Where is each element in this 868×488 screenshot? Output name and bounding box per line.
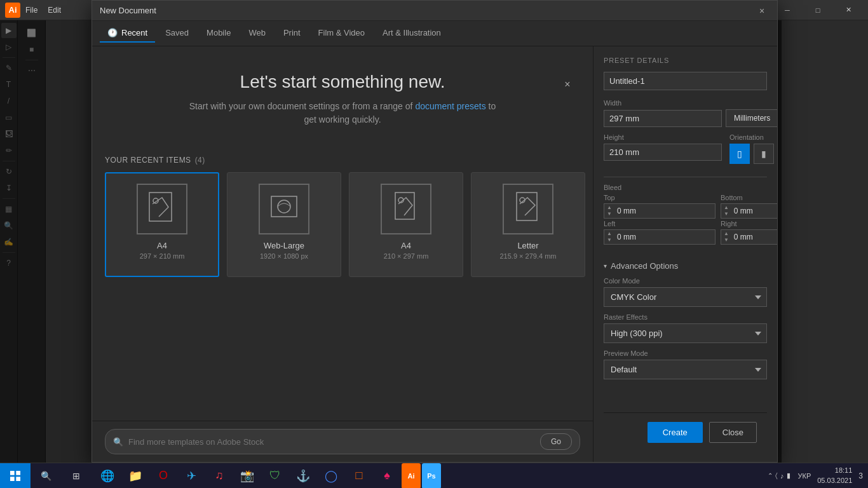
advanced-options-toggle[interactable]: ▾ Advanced Options [604,261,767,271]
width-input-row: Millimeters Pixels Inches Centimeters Po… [604,109,767,127]
color-mode-select[interactable]: CMYK Color RGB Color [604,287,767,307]
keyboard-layout[interactable]: УКР [798,472,811,480]
height-label: Height [604,133,722,141]
tab-film-label: Film & Video [318,28,365,37]
taskbar-opera[interactable]: O [150,463,177,489]
doc-card-1[interactable]: Web-Large 1920 × 1080 px [227,172,341,277]
tab-mobile[interactable]: Mobile [199,24,238,43]
bleed-right-up[interactable]: ▲ [723,231,729,237]
doc-card-size-0: 297 × 210 mm [140,252,185,260]
height-field-row: Height [604,133,722,164]
taskbar-ai[interactable]: Ai [402,463,421,489]
taskbar-telegram[interactable]: ✈ [178,463,205,489]
width-input[interactable] [604,110,722,127]
taskbar-explorer[interactable]: 📁 [122,463,149,489]
taskbar-chrome[interactable]: ◯ [318,463,344,489]
tab-art-label: Art & Illustration [383,28,441,37]
portrait-button[interactable]: ▯ [729,144,750,164]
hero-link[interactable]: document presets [415,101,485,111]
taskbar-music[interactable]: ♫ [206,463,233,489]
doc-card-2[interactable]: A4 210 × 297 mm [349,172,463,277]
tray-battery[interactable]: ▮ [787,471,790,480]
svg-rect-2 [271,196,297,217]
color-mode-label: Color Mode [604,277,767,285]
tab-print[interactable]: Print [276,24,308,43]
maximize-button[interactable]: □ [803,0,832,20]
taskbar-ps[interactable]: Ps [422,463,441,489]
hero-close-button[interactable]: × [560,77,575,92]
notification-button[interactable]: 3 [858,471,863,480]
hero-subtitle-suffix: to [486,101,496,111]
bleed-top-down[interactable]: ▼ [606,211,613,217]
tab-web[interactable]: Web [241,24,273,43]
taskbar-firefox[interactable]: 🌐 [94,463,121,489]
bleed-top-input[interactable] [614,204,715,218]
tray-network[interactable]: 〈 [775,471,778,480]
raster-effects-select[interactable]: High (300 ppi) Medium (150 ppi) Low (72 … [604,323,767,343]
preview-mode-row: Preview Mode Default Pixel Overprint [604,349,767,379]
bleed-lr-fields: Left ▲ ▼ Right [604,220,777,245]
tab-print-label: Print [283,28,301,37]
taskbar-vpn[interactable]: ⚓ [290,463,316,489]
raster-effects-row: Raster Effects High (300 ppi) Medium (15… [604,313,767,343]
tab-art[interactable]: Art & Illustration [375,24,449,43]
system-tray-icons: ⌃ 〈 ♪ ▮ [768,471,790,480]
height-orientation-row: Height Orientation ▯ ▮ Artboards [604,133,767,164]
tray-volume[interactable]: ♪ [780,472,784,480]
height-input[interactable] [604,144,722,161]
doc-card-name-3: Letter [517,241,538,250]
taskbar-game[interactable]: ♠ [374,463,400,489]
tab-film[interactable]: Film & Video [311,24,372,43]
taskbar-search-button[interactable]: 🔍 [31,463,61,489]
bleed-right-input[interactable] [731,230,777,244]
recent-count: (4) [195,156,205,165]
window-close-button[interactable]: ✕ [834,0,863,20]
search-input[interactable] [128,437,535,447]
bleed-top-up[interactable]: ▲ [606,205,613,211]
taskbar-clock[interactable]: 18:11 05.03.2021 [817,466,852,485]
doc-icon-2 [381,184,431,234]
bleed-bottom-spinner: ▲ ▼ [721,203,777,219]
bleed-bottom-input[interactable] [731,204,777,218]
preview-mode-select[interactable]: Default Pixel Overprint [604,360,767,379]
bleed-top-label: Top [604,194,715,201]
bleed-left-down[interactable]: ▼ [606,237,613,243]
modal-close-button[interactable]: × [754,3,770,18]
bleed-right: Right ▲ ▼ [721,220,777,245]
bleed-right-down[interactable]: ▼ [723,237,729,243]
taskbar-shield[interactable]: 🛡 [262,463,288,489]
landscape-button[interactable]: ▮ [754,144,774,164]
new-document-modal: New Document × 🕐 Recent Saved Mobile Web… [92,0,778,463]
bleed-right-label: Right [721,220,777,227]
modal-titlebar: New Document × [92,1,777,21]
doc-card-name-2: A4 [401,241,411,250]
taskbar-orange[interactable]: □ [346,463,372,489]
doc-card-3[interactable]: Letter 215.9 × 279.4 mm [471,172,585,277]
svg-rect-10 [10,477,15,481]
recent-section: YOUR RECENT ITEMS (4) A4 [92,146,593,421]
bleed-bottom-down[interactable]: ▼ [723,211,729,217]
bleed-bottom-up[interactable]: ▲ [723,205,729,211]
go-button[interactable]: Go [540,433,572,450]
menu-file[interactable]: File [25,6,37,15]
doc-card-name-0: A4 [157,241,167,250]
start-button[interactable] [0,463,31,489]
preset-name-input[interactable] [604,72,767,90]
taskbar-store[interactable]: 📸 [234,463,261,489]
tab-recent[interactable]: 🕐 Recent [100,24,155,43]
tray-up-arrow[interactable]: ⌃ [768,472,773,479]
bleed-label: Bleed [604,184,767,191]
bleed-left-up[interactable]: ▲ [606,231,613,237]
menu-edit[interactable]: Edit [48,6,61,15]
bleed-top: Top ▲ ▼ [604,194,715,219]
tab-saved[interactable]: Saved [158,24,196,43]
recent-grid: A4 297 × 210 mm Web-Large [105,172,580,277]
doc-card-0[interactable]: A4 297 × 210 mm [105,172,219,277]
modal-body: × Let's start something new. Start with … [92,46,777,462]
close-button[interactable]: Close [709,422,757,443]
create-button[interactable]: Create [648,422,703,443]
hero-wrapper: × Let's start something new. Start with … [105,72,580,126]
task-view-button[interactable]: ⊞ [61,463,92,489]
bleed-left-input[interactable] [614,230,715,244]
width-unit-select[interactable]: Millimeters Pixels Inches Centimeters Po… [726,109,777,127]
